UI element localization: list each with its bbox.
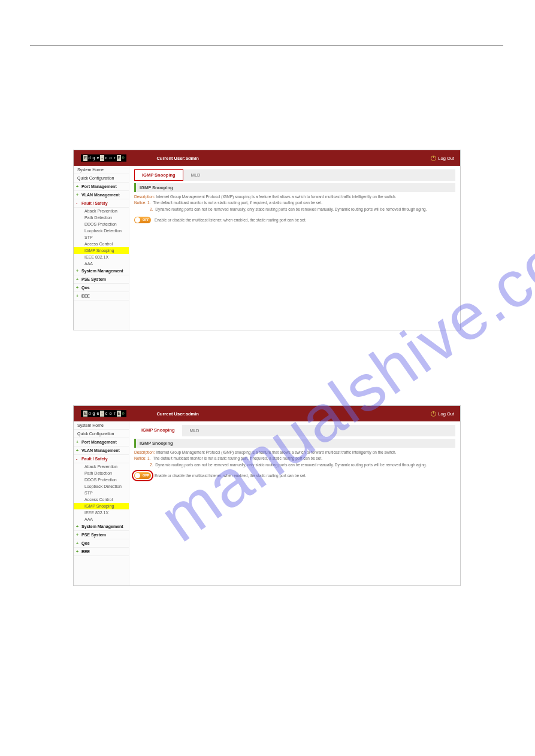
expand-plus-icon: +: [76, 533, 78, 537]
sidebar-item-igmp-snooping[interactable]: IGMP Snooping: [74, 247, 129, 254]
notice-row-2: 2. Dynamic routing ports can not be remo…: [134, 207, 455, 212]
sidebar-item-system-management[interactable]: +System Management: [74, 523, 129, 531]
sidebar-item-stp[interactable]: STP: [74, 234, 129, 241]
sidebar-item-label: Attack Prevention: [84, 209, 117, 213]
logo-letter: E: [117, 411, 121, 417]
toggle-help-text: Enable or disable the multicast listener…: [155, 473, 306, 478]
sidebar-item-vlan-management[interactable]: +VLAN Management: [74, 191, 129, 199]
sidebar-item-port-management[interactable]: +Port Management: [74, 183, 129, 191]
sidebar-item-label: DDOS Protection: [84, 222, 117, 226]
sidebar-item-label: IEEE 802.1X: [84, 511, 108, 515]
description-row: Description: Internet Group Management P…: [134, 450, 455, 455]
sidebar-item-ieee-8021x[interactable]: IEEE 802.1X: [74, 254, 129, 260]
sidebar-item-vlan-management[interactable]: +VLAN Management: [74, 447, 129, 455]
sidebar-item-fault-safety[interactable]: -Fault / Safety: [74, 199, 129, 208]
tab-bar: IGMP Snooping MLD: [134, 425, 455, 436]
sidebar-item-label: Attack Prevention: [84, 464, 117, 469]
notice-1-text: The default multicast monitor is not a s…: [153, 201, 322, 205]
logout-link[interactable]: Log Out: [431, 156, 454, 161]
sidebar-item-attack-prevention[interactable]: Attack Prevention: [74, 208, 129, 214]
sidebar-item-fault-safety[interactable]: -Fault / Safety: [74, 455, 129, 463]
tab-label: IGMP Snooping: [142, 172, 176, 178]
sidebar-item-access-control[interactable]: Access Control: [74, 241, 129, 247]
sidebar-item-path-detection[interactable]: Path Detection: [74, 214, 129, 221]
sidebar-item-system-home[interactable]: System Home: [74, 421, 129, 430]
sidebar: System Home Quick Configuration +Port Ma…: [74, 166, 129, 330]
sidebar-item-aaa[interactable]: AAA: [74, 260, 129, 267]
logo-letter: d: [87, 411, 92, 417]
sidebar-item-label: Port Management: [81, 440, 117, 444]
tab-mld[interactable]: MLD: [183, 169, 208, 181]
logo-letter: g: [92, 411, 96, 417]
main-panel: IGMP Snooping MLD IGMP Snooping Descript…: [129, 421, 460, 585]
tab-igmp-snooping[interactable]: IGMP Snooping: [134, 425, 182, 436]
toggle-help-text: Enable or disable the multicast listener…: [155, 218, 306, 222]
sidebar-item-ieee-8021x[interactable]: IEEE 802.1X: [74, 509, 129, 516]
sidebar-item-path-detection[interactable]: Path Detection: [74, 470, 129, 476]
sidebar-item-igmp-snooping[interactable]: IGMP Snooping: [74, 503, 129, 509]
sidebar-item-label: Port Management: [81, 184, 117, 189]
sidebar-item-aaa[interactable]: AAA: [74, 516, 129, 523]
sidebar-item-attack-prevention[interactable]: Attack Prevention: [74, 463, 129, 470]
tab-mld[interactable]: MLD: [182, 425, 207, 436]
sidebar-item-pse-system[interactable]: +PSE System: [74, 275, 129, 284]
tab-label: MLD: [191, 172, 201, 178]
expand-plus-icon: +: [76, 286, 78, 290]
logo-letter: r: [113, 155, 117, 161]
notice-2-text: Dynamic routing ports can not be removed…: [155, 463, 427, 467]
multicast-toggle[interactable]: OFF: [134, 217, 151, 223]
logout-link[interactable]: Log Out: [431, 411, 454, 417]
sidebar-item-port-management[interactable]: +Port Management: [74, 438, 129, 447]
sidebar-item-qos[interactable]: +Qos: [74, 284, 129, 292]
sidebar-item-eee[interactable]: +EEE: [74, 292, 129, 300]
sidebar-item-quick-config[interactable]: Quick Configuration: [74, 174, 129, 183]
notice-label: Notice:: [134, 201, 146, 205]
sidebar-item-ddos-protection[interactable]: DDOS Protection: [74, 221, 129, 227]
sidebar-item-label: Loopback Detection: [84, 484, 122, 488]
sidebar-item-loopback-detection[interactable]: Loopback Detection: [74, 483, 129, 490]
sidebar-item-label: PSE System: [81, 533, 106, 537]
expand-plus-icon: +: [76, 277, 78, 281]
sidebar-item-pse-system[interactable]: +PSE System: [74, 531, 129, 539]
sidebar-item-stp[interactable]: STP: [74, 490, 129, 496]
sidebar-item-label: Qos: [81, 286, 90, 290]
sidebar-item-quick-config[interactable]: Quick Configuration: [74, 430, 129, 438]
logo-letter: e: [96, 155, 100, 161]
collapse-minus-icon: -: [76, 457, 77, 461]
description-text: Internet Group Management Protocol (IGMP…: [156, 450, 396, 454]
expand-plus-icon: +: [76, 294, 78, 298]
sidebar-item-label: Fault / Safety: [81, 457, 108, 461]
logo-letter: o: [108, 411, 113, 417]
sidebar-item-label: Access Control: [84, 497, 113, 502]
sidebar-item-access-control[interactable]: Access Control: [74, 496, 129, 503]
sidebar-item-eee[interactable]: +EEE: [74, 548, 129, 556]
sidebar-item-system-management[interactable]: +System Management: [74, 267, 129, 275]
notice-label: Notice:: [134, 456, 146, 460]
tab-label: IGMP Snooping: [141, 427, 175, 433]
sidebar-item-label: IGMP Snooping: [84, 504, 114, 508]
sidebar-item-qos[interactable]: +Qos: [74, 539, 129, 548]
sidebar-item-label: EEE: [81, 294, 90, 298]
tab-igmp-snooping[interactable]: IGMP Snooping: [135, 170, 183, 180]
sidebar-item-label: STP: [84, 235, 93, 239]
current-user-text: Current User:admin: [126, 156, 431, 161]
logout-label: Log Out: [438, 411, 454, 417]
expand-plus-icon: +: [76, 440, 78, 444]
logout-label: Log Out: [438, 156, 454, 161]
expand-plus-icon: +: [76, 524, 78, 529]
sidebar-item-label: PSE System: [81, 277, 106, 281]
notice-row-2: 2. Dynamic routing ports can not be remo…: [134, 463, 455, 467]
panel-title: IGMP Snooping: [134, 183, 455, 192]
sidebar-item-label: Fault / Safety: [81, 201, 108, 205]
logo-letter: c: [104, 155, 108, 161]
screenshot-2: E d g e - c o r E ® Current User:admin L…: [73, 405, 461, 586]
sidebar-item-ddos-protection[interactable]: DDOS Protection: [74, 476, 129, 483]
panel-title: IGMP Snooping: [134, 439, 455, 448]
sidebar-item-loopback-detection[interactable]: Loopback Detection: [74, 227, 129, 234]
expand-plus-icon: +: [76, 549, 78, 554]
logo-letter: c: [104, 411, 108, 417]
sidebar-item-system-home[interactable]: System Home: [74, 166, 129, 174]
multicast-toggle[interactable]: OFF: [134, 472, 151, 479]
logo-reg-icon: ®: [122, 156, 124, 160]
app-topbar: E d g e - c o r E ® Current User:admin L…: [74, 406, 460, 421]
